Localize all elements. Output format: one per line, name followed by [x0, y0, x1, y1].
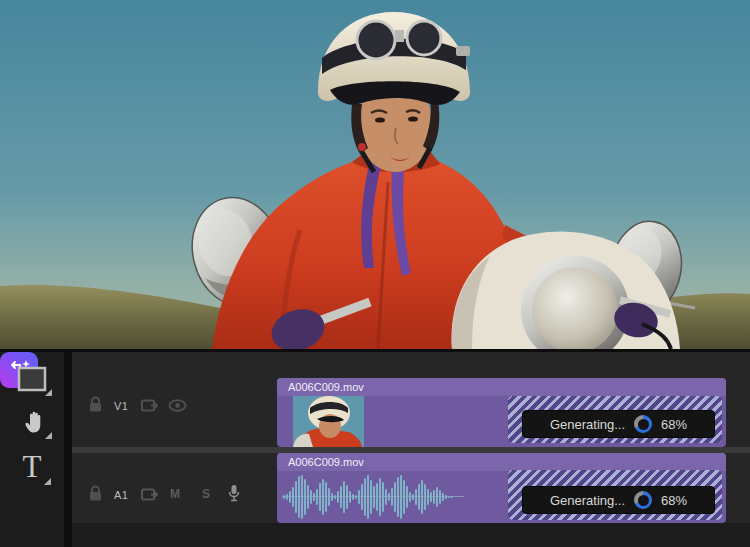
type-tool-flyout-arrow: [44, 478, 51, 485]
lock-icon[interactable]: [88, 485, 103, 502]
microphone-icon[interactable]: [228, 484, 240, 502]
video-clip[interactable]: A006C009.mov Generating... 68%: [277, 378, 726, 447]
progress-percent: 68%: [661, 493, 687, 508]
solo-button[interactable]: S: [202, 487, 210, 501]
generating-badge: Generating... 68%: [522, 486, 715, 514]
rectangle-icon: [17, 366, 47, 392]
hand-tool-flyout-arrow: [45, 432, 52, 439]
sync-lock-icon[interactable]: [141, 488, 158, 501]
frame-tool-flyout-arrow: [45, 389, 52, 396]
timeline-empty-area: [72, 523, 750, 547]
toolbar-divider: [64, 352, 72, 547]
mute-button[interactable]: M: [170, 487, 180, 501]
audio-clip[interactable]: A006C009.mov Generating... 68%: [277, 453, 726, 523]
rider-photo: [0, 0, 750, 349]
audio-clip-name: A006C009.mov: [277, 453, 726, 471]
progress-ring: [634, 491, 652, 509]
video-clip-name: A006C009.mov: [277, 378, 726, 396]
generating-badge: Generating... 68%: [522, 410, 715, 438]
generating-label: Generating...: [550, 417, 625, 432]
timeline-panel: V1 A1 M S A006C009.mov: [72, 352, 750, 547]
clip-thumbnail: [293, 396, 364, 447]
frame-tool-button[interactable]: [0, 362, 64, 396]
eye-icon[interactable]: [168, 399, 187, 412]
tools-panel: T: [0, 352, 64, 547]
hand-icon: [18, 407, 46, 435]
generating-label: Generating...: [550, 493, 625, 508]
sync-lock-icon[interactable]: [141, 399, 158, 412]
app-window: T V1: [0, 0, 750, 547]
video-track-label[interactable]: V1: [114, 400, 128, 412]
hand-tool-button[interactable]: [0, 404, 64, 438]
progress-percent: 68%: [661, 417, 687, 432]
type-tool-button[interactable]: T: [0, 450, 64, 484]
lock-icon[interactable]: [88, 396, 103, 413]
progress-ring: [634, 415, 652, 433]
type-icon: T: [23, 452, 42, 482]
video-preview: [0, 0, 750, 349]
audio-track-label[interactable]: A1: [114, 489, 128, 501]
audio-waveform: [283, 471, 463, 523]
